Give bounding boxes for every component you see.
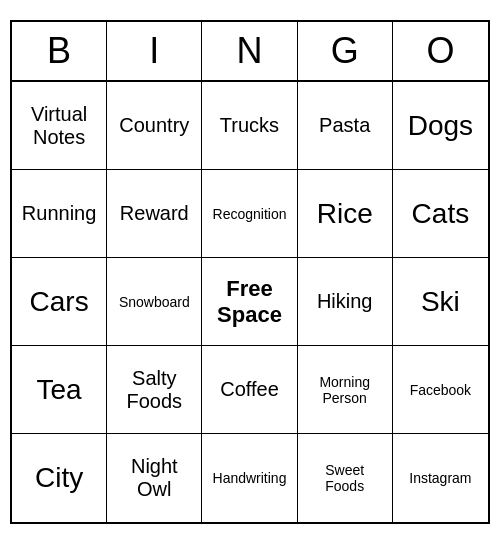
bingo-cell-8: Rice <box>298 170 393 258</box>
bingo-cell-17: Coffee <box>202 346 297 434</box>
bingo-cell-12: FreeSpace <box>202 258 297 346</box>
bingo-cell-1: Country <box>107 82 202 170</box>
cell-text-6: Reward <box>120 202 189 225</box>
bingo-cell-3: Pasta <box>298 82 393 170</box>
bingo-cell-15: Tea <box>12 346 107 434</box>
bingo-cell-24: Instagram <box>393 434 488 522</box>
bingo-cell-4: Dogs <box>393 82 488 170</box>
cell-text-14: Ski <box>421 286 460 318</box>
bingo-cell-11: Snowboard <box>107 258 202 346</box>
bingo-card: BINGO VirtualNotesCountryTrucksPastaDogs… <box>10 20 490 524</box>
cell-text-18: MorningPerson <box>319 374 370 406</box>
bingo-grid: VirtualNotesCountryTrucksPastaDogsRunnin… <box>12 82 488 522</box>
cell-text-20: City <box>35 462 83 494</box>
bingo-cell-21: NightOwl <box>107 434 202 522</box>
cell-text-9: Cats <box>412 198 470 230</box>
cell-text-24: Instagram <box>409 470 471 486</box>
cell-text-4: Dogs <box>408 110 473 142</box>
bingo-cell-20: City <box>12 434 107 522</box>
bingo-cell-10: Cars <box>12 258 107 346</box>
bingo-cell-22: Handwriting <box>202 434 297 522</box>
cell-text-23: SweetFoods <box>325 462 364 494</box>
bingo-cell-2: Trucks <box>202 82 297 170</box>
cell-text-22: Handwriting <box>213 470 287 486</box>
header-letter-N: N <box>202 22 297 80</box>
bingo-cell-6: Reward <box>107 170 202 258</box>
cell-text-11: Snowboard <box>119 294 190 310</box>
cell-text-5: Running <box>22 202 97 225</box>
bingo-cell-16: SaltyFoods <box>107 346 202 434</box>
cell-text-7: Recognition <box>213 206 287 222</box>
bingo-cell-7: Recognition <box>202 170 297 258</box>
bingo-cell-9: Cats <box>393 170 488 258</box>
bingo-cell-18: MorningPerson <box>298 346 393 434</box>
cell-text-16: SaltyFoods <box>126 367 182 413</box>
cell-text-19: Facebook <box>410 382 471 398</box>
bingo-header: BINGO <box>12 22 488 82</box>
bingo-cell-19: Facebook <box>393 346 488 434</box>
cell-text-15: Tea <box>37 374 82 406</box>
cell-text-8: Rice <box>317 198 373 230</box>
bingo-cell-0: VirtualNotes <box>12 82 107 170</box>
cell-text-2: Trucks <box>220 114 279 137</box>
cell-text-10: Cars <box>30 286 89 318</box>
cell-text-13: Hiking <box>317 290 373 313</box>
cell-text-1: Country <box>119 114 189 137</box>
header-letter-G: G <box>298 22 393 80</box>
cell-text-3: Pasta <box>319 114 370 137</box>
cell-text-12: FreeSpace <box>217 276 282 328</box>
header-letter-B: B <box>12 22 107 80</box>
header-letter-O: O <box>393 22 488 80</box>
bingo-cell-23: SweetFoods <box>298 434 393 522</box>
bingo-cell-14: Ski <box>393 258 488 346</box>
cell-text-21: NightOwl <box>131 455 178 501</box>
bingo-cell-5: Running <box>12 170 107 258</box>
cell-text-17: Coffee <box>220 378 279 401</box>
bingo-cell-13: Hiking <box>298 258 393 346</box>
header-letter-I: I <box>107 22 202 80</box>
cell-text-0: VirtualNotes <box>31 103 87 149</box>
